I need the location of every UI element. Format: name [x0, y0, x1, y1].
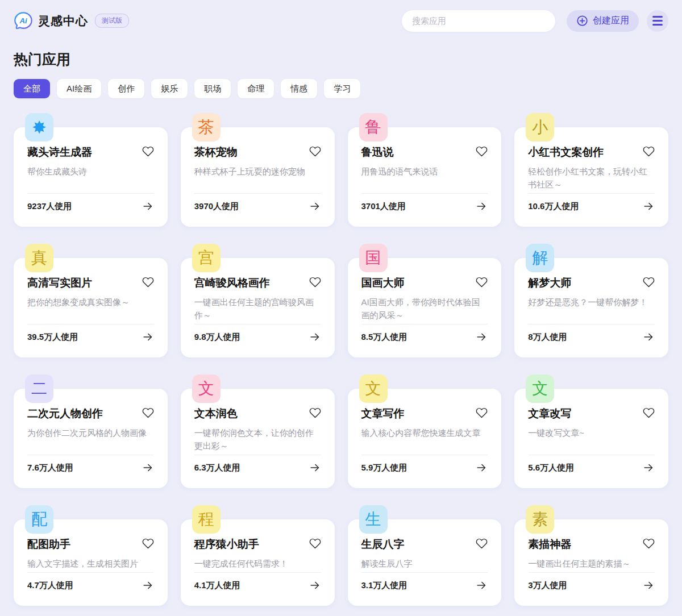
app-title: 文章写作: [361, 406, 405, 421]
favorite-heart-icon[interactable]: [643, 406, 655, 419]
app-card-cell: 茶 茶杯宠物 种样式杯子上玩耍的迷你宠物 3970人使用: [181, 113, 335, 227]
open-arrow-icon[interactable]: [475, 579, 488, 592]
favorite-heart-icon[interactable]: [309, 145, 321, 157]
open-arrow-icon[interactable]: [642, 200, 655, 213]
app-card-cell: 文 文本润色 一键帮你润色文本，让你的创作更出彩～ 6.3万人使用: [181, 374, 335, 488]
app-card[interactable]: 高清写实图片 把你的想象变成真实图像～ 39.5万人使用: [14, 258, 168, 357]
app-title: 二次元人物创作: [27, 406, 103, 421]
favorite-heart-icon[interactable]: [309, 276, 321, 288]
app-card[interactable]: 宫崎骏风格画作 一键画出任何主题的宫崎骏风画作～ 9.8万人使用: [181, 258, 335, 357]
section-title: 热门应用: [14, 50, 668, 69]
favorite-heart-icon[interactable]: [142, 276, 154, 288]
app-card-cell: 文 文章改写 一键改写文章~ 5.6万人使用: [514, 374, 668, 488]
open-arrow-icon[interactable]: [642, 331, 655, 343]
open-arrow-icon[interactable]: [142, 579, 154, 592]
app-card[interactable]: 藏头诗生成器 帮你生成藏头诗 9237人使用: [14, 127, 168, 227]
app-title: 文本润色: [194, 406, 238, 421]
app-card[interactable]: 鲁迅说 用鲁迅的语气来说话 3701人使用: [348, 127, 502, 227]
char-icon: 宫: [192, 244, 221, 272]
open-arrow-icon[interactable]: [309, 461, 321, 474]
favorite-heart-icon[interactable]: [476, 537, 488, 550]
usage-count: 3970人使用: [194, 201, 239, 212]
app-card[interactable]: 茶杯宠物 种样式杯子上玩耍的迷你宠物 3970人使用: [181, 127, 335, 227]
app-card[interactable]: 文章改写 一键改写文章~ 5.6万人使用: [514, 389, 668, 488]
favorite-heart-icon[interactable]: [142, 537, 154, 550]
app-title: 生辰八字: [361, 537, 405, 552]
open-arrow-icon[interactable]: [642, 579, 655, 592]
usage-count: 3.1万人使用: [361, 580, 407, 591]
app-description: 输入核心内容帮您快速生成文章: [361, 426, 488, 455]
app-card-cell: 二 二次元人物创作 为你创作二次元风格的人物画像 7.6万人使用: [14, 374, 168, 488]
app-title: 素描神器: [528, 537, 571, 552]
favorite-heart-icon[interactable]: [476, 276, 488, 288]
app-card[interactable]: 国画大师 AI国画大师，带你跨时代体验国画的风采～ 8.5万人使用: [348, 258, 502, 357]
favorite-heart-icon[interactable]: [643, 537, 655, 550]
search-input[interactable]: [402, 10, 555, 32]
app-card-cell: 素 素描神器 一键画出任何主题的素描～ 3万人使用: [514, 505, 668, 606]
tab-ai-painting[interactable]: AI绘画: [57, 79, 101, 98]
tab-entertainment[interactable]: 娱乐: [151, 79, 188, 98]
tab-creation[interactable]: 创作: [108, 79, 144, 98]
open-arrow-icon[interactable]: [142, 331, 154, 343]
open-arrow-icon[interactable]: [642, 461, 655, 474]
open-arrow-icon[interactable]: [475, 331, 488, 343]
tab-fortune[interactable]: 命理: [238, 79, 274, 98]
favorite-heart-icon[interactable]: [643, 276, 655, 288]
favorite-heart-icon[interactable]: [643, 145, 655, 157]
tab-all[interactable]: 全部: [14, 79, 50, 98]
app-title: 文章改写: [528, 406, 571, 421]
app-title: 茶杯宠物: [194, 145, 238, 160]
app-card-cell: 程 程序猿小助手 一键完成任何代码需求！ 4.1万人使用: [181, 505, 335, 606]
char-icon: 生: [359, 505, 388, 534]
tab-study[interactable]: 学习: [324, 79, 360, 98]
tab-emotion[interactable]: 情感: [281, 79, 317, 98]
usage-count: 39.5万人使用: [27, 332, 78, 343]
favorite-heart-icon[interactable]: [309, 406, 321, 419]
favorite-heart-icon[interactable]: [476, 406, 488, 419]
app-card-cell: 生 生辰八字 解读生辰八字 3.1万人使用: [348, 505, 502, 606]
char-icon: 国: [359, 244, 388, 272]
create-app-button[interactable]: 创建应用: [567, 10, 639, 32]
app-card-cell: 小 小红书文案创作 轻松创作小红书文案，玩转小红书社区～ 10.6万人使用: [514, 113, 668, 227]
open-arrow-icon[interactable]: [309, 200, 321, 213]
char-icon: 素: [526, 505, 554, 534]
page: Ai 灵感中心 测试版 创建应用 热门应用 全部 AI绘画 创作 娱乐 职场 命…: [0, 0, 682, 606]
char-icon: 二: [25, 374, 53, 403]
hamburger-menu-button[interactable]: [647, 10, 668, 32]
open-arrow-icon[interactable]: [309, 331, 321, 343]
favorite-heart-icon[interactable]: [142, 406, 154, 419]
app-description: 一键改写文章~: [528, 426, 655, 455]
open-arrow-icon[interactable]: [475, 461, 488, 474]
app-grid: ✸ 藏头诗生成器 帮你生成藏头诗 9237人使用 茶 茶杯宠物: [14, 113, 668, 606]
app-card[interactable]: 文章写作 输入核心内容帮您快速生成文章 5.9万人使用: [348, 389, 502, 488]
svg-text:Ai: Ai: [19, 16, 27, 25]
burst-star-icon: ✸: [25, 113, 53, 141]
app-card[interactable]: 解梦大师 好梦还是恶兆？一键帮你解梦！ 8万人使用: [514, 258, 668, 357]
char-icon: 小: [526, 113, 554, 141]
favorite-heart-icon[interactable]: [476, 145, 488, 157]
app-card[interactable]: 文本润色 一键帮你润色文本，让你的创作更出彩～ 6.3万人使用: [181, 389, 335, 488]
tab-workplace[interactable]: 职场: [194, 79, 231, 98]
app-description: 把你的想象变成真实图像～: [27, 295, 154, 324]
header: Ai 灵感中心 测试版 创建应用: [14, 0, 668, 32]
favorite-heart-icon[interactable]: [142, 145, 154, 157]
app-card[interactable]: 小红书文案创作 轻松创作小红书文案，玩转小红书社区～ 10.6万人使用: [514, 127, 668, 227]
usage-count: 8万人使用: [528, 332, 567, 343]
char-icon: 茶: [192, 113, 221, 141]
app-card-cell: 真 高清写实图片 把你的想象变成真实图像～ 39.5万人使用: [14, 244, 168, 357]
char-icon: 真: [25, 244, 53, 272]
app-card[interactable]: 二次元人物创作 为你创作二次元风格的人物画像 7.6万人使用: [14, 389, 168, 488]
app-description: 一键画出任何主题的素描～: [528, 557, 655, 572]
usage-count: 9237人使用: [27, 201, 72, 212]
app-description: 解读生辰八字: [361, 557, 488, 572]
app-card-cell: 配 配图助手 输入文字描述，生成相关图片 4.7万人使用: [14, 505, 168, 606]
app-title: 小红书文案创作: [528, 145, 604, 160]
open-arrow-icon[interactable]: [142, 461, 154, 474]
open-arrow-icon[interactable]: [309, 579, 321, 592]
open-arrow-icon[interactable]: [475, 200, 488, 213]
usage-count: 4.7万人使用: [27, 580, 73, 591]
app-card-cell: 国 国画大师 AI国画大师，带你跨时代体验国画的风采～ 8.5万人使用: [348, 244, 502, 357]
open-arrow-icon[interactable]: [142, 200, 154, 213]
usage-count: 6.3万人使用: [194, 463, 240, 473]
favorite-heart-icon[interactable]: [309, 537, 321, 550]
